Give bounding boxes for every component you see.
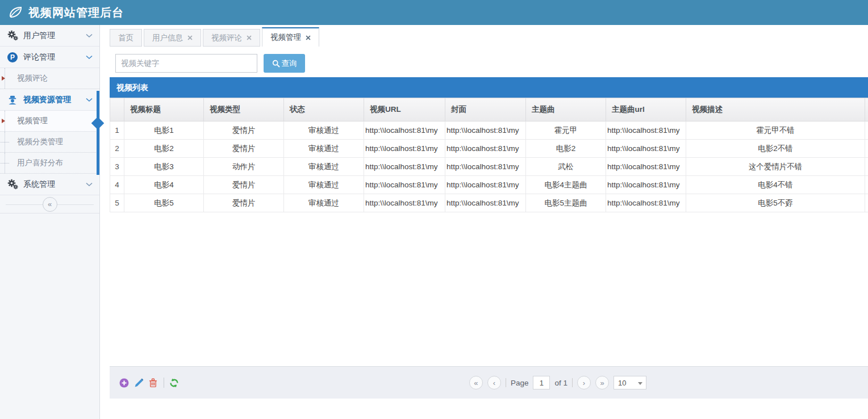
search-button[interactable]: 查询: [264, 54, 305, 73]
pager-separator: [572, 378, 573, 387]
column-header-desc[interactable]: 视频描述: [686, 98, 865, 121]
page-number-input[interactable]: [533, 376, 550, 389]
add-icon[interactable]: [119, 378, 129, 388]
column-header-theme-url[interactable]: 主题曲url: [606, 98, 686, 121]
last-page-button[interactable]: »: [595, 376, 609, 389]
tab-label: 视频管理: [270, 32, 301, 43]
cell-extra: [865, 176, 868, 194]
cell-theme: 霍元甲: [526, 121, 606, 140]
edit-icon[interactable]: [134, 378, 144, 388]
column-header-title[interactable]: 视频标题: [124, 98, 204, 121]
gears-icon: [7, 179, 18, 190]
column-header-cover[interactable]: 封面: [445, 98, 526, 121]
cell-theme: 电影2: [526, 140, 606, 158]
tab-video-management[interactable]: 视频管理: [262, 27, 319, 47]
search-input[interactable]: [115, 54, 257, 73]
collapse-sidebar-button[interactable]: «: [43, 197, 57, 212]
sidebar-group-label: 用户管理: [23, 31, 86, 41]
column-header-theme[interactable]: 主题曲: [526, 98, 606, 121]
tab-bar: 首页 用户信息 视频评论 视频管理: [110, 26, 321, 47]
chevron-down-icon: [86, 55, 93, 60]
sidebar-group-user-management[interactable]: 用户管理: [0, 25, 99, 47]
first-page-button[interactable]: «: [469, 376, 483, 389]
sidebar-group-system-management[interactable]: 系统管理: [0, 174, 99, 195]
sidebar-item-video-comments[interactable]: 视频评论: [0, 68, 99, 89]
triangle-bullet-icon: [2, 76, 5, 81]
cell-type: 爱情片: [204, 176, 284, 194]
main-content: 首页 用户信息 视频评论 视频管理: [101, 25, 868, 419]
cell-theme-url: http:\\localhost:81\my: [606, 140, 686, 158]
sidebar: 用户管理 P 评论管理 视频评论 视频资源管理: [0, 25, 100, 419]
cell-theme-url: http:\\localhost:81\my: [606, 121, 686, 140]
cell-type: 爱情片: [204, 121, 284, 140]
cell-cover: http:\\localhost:81\my: [445, 194, 526, 212]
refresh-icon[interactable]: [169, 378, 179, 388]
cell-title: 电影3: [124, 158, 204, 176]
cell-type: 爱情片: [204, 194, 284, 212]
column-header-type[interactable]: 视频类型: [204, 98, 284, 121]
sidebar-group-comment-management[interactable]: P 评论管理: [0, 47, 99, 68]
cell-title: 电影2: [124, 140, 204, 158]
pagination: « ‹ Page of 1 › » 10: [469, 376, 646, 389]
cell-desc: 电影4不错: [686, 176, 865, 194]
close-icon[interactable]: [247, 35, 252, 40]
cell-cover: http:\\localhost:81\my: [445, 176, 526, 194]
sidebar-item-label: 视频管理: [17, 116, 48, 126]
prev-page-button[interactable]: ‹: [487, 376, 501, 389]
close-icon[interactable]: [187, 35, 193, 40]
table-row[interactable]: 1 电影1 爱情片 审核通过 http:\\localhost:81\my ht…: [110, 121, 868, 140]
page-size-value: 10: [618, 379, 626, 387]
delete-icon[interactable]: [149, 378, 157, 388]
page-of-label: of 1: [554, 379, 567, 387]
sidebar-collapse-row: «: [0, 195, 99, 213]
page-size-select[interactable]: 10: [614, 376, 646, 389]
sidebar-item-video-category-management[interactable]: 视频分类管理: [0, 132, 99, 153]
cell-status: 审核通过: [284, 158, 364, 176]
cell-cover: http:\\localhost:81\my: [445, 121, 526, 140]
cell-title: 电影1: [124, 121, 204, 140]
cell-cover: http:\\localhost:81\my: [445, 140, 526, 158]
sidebar-group-video-resource-management[interactable]: 视频资源管理: [0, 89, 99, 111]
column-header-status[interactable]: 状态: [284, 98, 364, 121]
next-page-button[interactable]: ›: [577, 376, 591, 389]
page-label: Page: [511, 379, 529, 387]
cell-theme: 武松: [526, 158, 606, 176]
cell-status: 审核通过: [284, 194, 364, 212]
sidebar-item-user-preference-distribution[interactable]: 用户喜好分布: [0, 153, 99, 174]
close-icon[interactable]: [306, 35, 311, 40]
cell-url: http:\\localhost:81\my: [364, 194, 445, 212]
cell-desc: 电影2不错: [686, 140, 865, 158]
sidebar-item-video-management[interactable]: 视频管理: [0, 111, 99, 132]
admin-icon: [7, 95, 18, 105]
chevron-down-icon: [86, 182, 93, 187]
sidebar-group-label: 评论管理: [23, 52, 86, 62]
tab-label: 首页: [118, 33, 133, 43]
search-icon: [272, 60, 280, 68]
cell-num: 1: [110, 121, 124, 140]
table-row[interactable]: 3 电影3 动作片 审核通过 http:\\localhost:81\my ht…: [110, 158, 868, 176]
column-header-num[interactable]: [110, 98, 124, 121]
tab-label: 用户信息: [152, 33, 183, 43]
cell-type: 爱情片: [204, 140, 284, 158]
cell-num: 4: [110, 176, 124, 194]
video-table: 视频标题 视频类型 状态 视频URL 封面 主题曲 主题曲url 视频描述 1 …: [110, 98, 868, 212]
tab-user-info[interactable]: 用户信息: [144, 29, 201, 47]
cell-extra: [865, 140, 868, 158]
sidebar-item-label: 视频分类管理: [17, 137, 63, 147]
column-header-url[interactable]: 视频URL: [364, 98, 445, 121]
cell-extra: [865, 121, 868, 140]
cell-type: 动作片: [204, 158, 284, 176]
cell-title: 电影5: [124, 194, 204, 212]
active-group-strip: [97, 91, 99, 175]
grid-toolbar: « ‹ Page of 1 › » 10: [110, 366, 868, 399]
cell-url: http:\\localhost:81\my: [364, 121, 445, 140]
cell-url: http:\\localhost:81\my: [364, 158, 445, 176]
table-row[interactable]: 2 电影2 爱情片 审核通过 http:\\localhost:81\my ht…: [110, 140, 868, 158]
tab-video-comments[interactable]: 视频评论: [203, 29, 260, 47]
tab-home[interactable]: 首页: [110, 29, 142, 47]
cell-cover: http:\\localhost:81\my: [445, 158, 526, 176]
table-row[interactable]: 4 电影4 爱情片 审核通过 http:\\localhost:81\my ht…: [110, 176, 868, 194]
table-row[interactable]: 5 电影5 爱情片 审核通过 http:\\localhost:81\my ht…: [110, 194, 868, 212]
cell-theme-url: http:\\localhost:81\my: [606, 194, 686, 212]
cell-status: 审核通过: [284, 140, 364, 158]
